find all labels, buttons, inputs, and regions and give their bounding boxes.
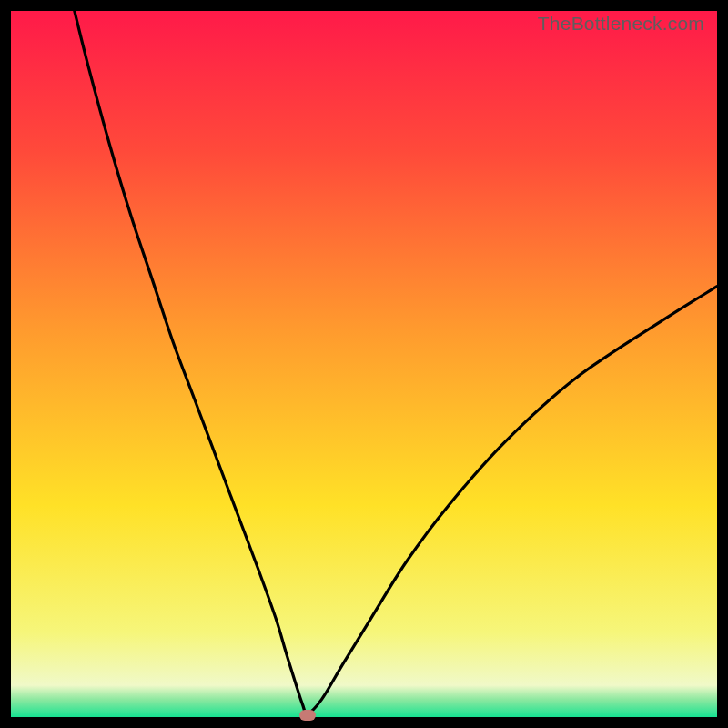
- bottleneck-chart: [11, 11, 717, 717]
- gradient-background: [11, 11, 717, 717]
- chart-frame: TheBottleneck.com: [11, 11, 717, 717]
- watermark-text: TheBottleneck.com: [538, 13, 704, 35]
- optimal-point-marker: [299, 710, 316, 721]
